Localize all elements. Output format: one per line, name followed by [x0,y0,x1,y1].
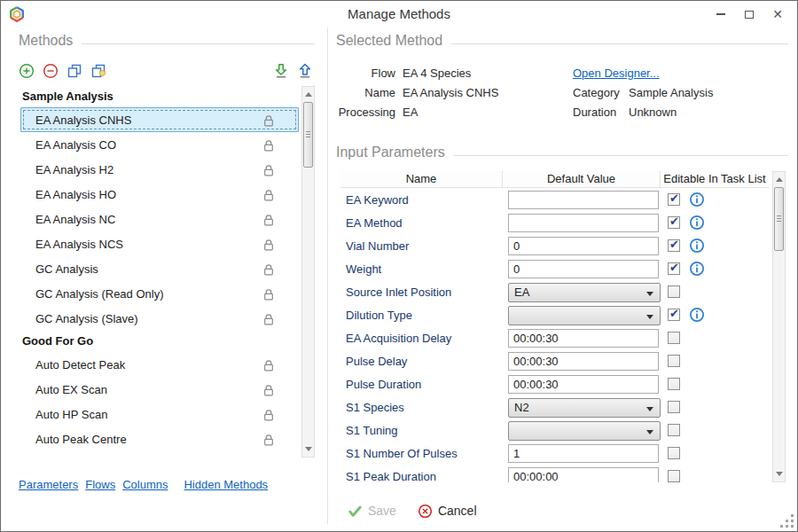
add-method-icon[interactable] [19,63,35,79]
param-value-input[interactable] [508,237,659,255]
editable-checkbox[interactable] [668,286,680,298]
method-list-item[interactable]: EA Analysis NC [20,207,299,231]
column-header-default-value: Default Value [503,171,661,187]
param-dropdown[interactable]: EA [508,283,661,302]
editable-checkbox[interactable] [668,193,680,206]
minimize-icon [716,13,725,15]
open-designer-link[interactable]: Open Designer... [573,66,660,80]
group-label: Sample Analysis [22,90,113,103]
info-icon[interactable] [689,307,705,323]
maximize-button[interactable] [735,3,763,26]
methods-panel: Methods [1,27,327,531]
import-methods-icon[interactable] [273,63,289,79]
info-icon[interactable] [689,261,705,277]
params-scrollbar-thumb[interactable] [774,187,784,251]
methods-scrollbar[interactable] [301,86,315,458]
editable-checkbox[interactable] [668,447,680,459]
param-value-input[interactable] [508,260,659,278]
param-name: Weight [346,262,381,276]
param-value-input[interactable] [508,444,659,463]
info-icon[interactable] [689,192,705,207]
param-value-input[interactable] [508,191,659,209]
link-hidden-methods[interactable]: Hidden Methods [184,478,268,491]
param-value-input[interactable] [508,375,659,394]
resize-grip[interactable] [779,513,794,528]
scroll-down-icon[interactable] [302,442,314,456]
params-scrollbar[interactable] [772,171,786,482]
param-dropdown[interactable] [508,421,661,441]
lock-icon [262,114,275,128]
param-row: Source Inlet Position EA [340,280,769,303]
method-list-item[interactable]: Auto Peak Centre [20,426,299,451]
method-meta-right: Open Designer... Category Sample Analysi… [573,63,713,121]
lock-icon [262,164,275,177]
param-dropdown[interactable]: N2 [508,398,661,418]
method-list-item[interactable]: EA Analysis NCS [20,231,299,256]
param-dropdown[interactable] [508,306,661,325]
link-parameters[interactable]: Parameters [19,478,78,491]
save-check-icon [348,504,363,519]
param-name: Dilution Type [346,309,412,322]
editable-checkbox[interactable] [668,470,680,482]
column-header-name: Name [340,171,503,187]
processing-label: Processing [336,106,395,119]
scroll-up-icon[interactable] [773,173,785,186]
method-item-label: EA Analysis CNHS [21,113,131,127]
save-label: Save [368,504,396,518]
info-icon[interactable] [689,238,705,254]
method-list-item[interactable]: EA Analysis H2 [20,157,299,182]
method-list-item[interactable]: Auto Detect Peak [20,352,299,377]
param-row: Pulse Delay [340,349,769,372]
method-list-item[interactable]: Auto HP Scan [20,402,299,426]
duration-value: Unknown [629,106,677,119]
editable-checkbox[interactable] [668,216,680,229]
remove-method-icon[interactable] [43,63,59,79]
methods-scrollbar-thumb[interactable] [303,102,313,168]
method-item-label: GC Analysis (Slave) [21,312,138,325]
param-value-input[interactable] [508,329,659,348]
editable-checkbox[interactable] [668,309,680,321]
group-label: Good For Go [22,334,93,348]
close-button[interactable]: ✕ [763,3,792,26]
param-row: EA Acquisition Delay [340,326,769,349]
param-name: EA Acquisition Delay [346,332,451,345]
name-label: Name [336,86,395,99]
method-list-item[interactable]: GC Analysis [20,256,299,281]
param-row: S1 Peak Duration [340,465,769,482]
method-list-item[interactable]: Auto EX Scan [20,377,299,402]
param-row: Vial Number [340,234,769,257]
method-list-item[interactable]: GC Analysis (Read Only) [20,281,299,306]
scroll-up-icon[interactable] [302,88,314,101]
param-value-cell [508,191,659,209]
method-item-label: GC Analysis [21,262,98,276]
method-list-item[interactable]: EA Analysis CO [20,132,299,157]
scroll-down-icon[interactable] [773,467,785,481]
param-row: EA Keyword [340,188,769,211]
cancel-button[interactable]: Cancel [418,504,477,519]
param-value-cell [508,421,659,440]
param-value-input[interactable] [508,467,659,483]
link-columns[interactable]: Columns [122,478,168,491]
editable-checkbox[interactable] [668,239,680,252]
export-methods-icon[interactable] [297,63,313,79]
chevron-down-icon [646,407,653,411]
method-list-item[interactable]: EA Analysis CNHS [20,107,299,132]
editable-checkbox[interactable] [668,401,680,413]
editable-checkbox[interactable] [668,424,680,436]
param-value-cell: EA [508,283,659,301]
editable-checkbox[interactable] [668,332,680,344]
param-value-input[interactable] [508,214,659,232]
editable-checkbox[interactable] [668,262,680,275]
method-list-item[interactable]: GC Analysis (Slave) [20,306,299,331]
save-button[interactable]: Save [348,504,396,519]
info-icon[interactable] [689,215,705,231]
param-value-input[interactable] [508,352,659,371]
copy-method-icon[interactable] [66,63,82,79]
editable-checkbox[interactable] [668,378,680,390]
minimize-button[interactable] [707,3,735,26]
method-list-item[interactable]: EA Analysis HO [20,182,299,207]
copy-locked-method-icon[interactable] [90,63,106,79]
param-value-cell [508,306,659,325]
link-flows[interactable]: Flows [85,478,115,491]
editable-checkbox[interactable] [668,355,680,367]
